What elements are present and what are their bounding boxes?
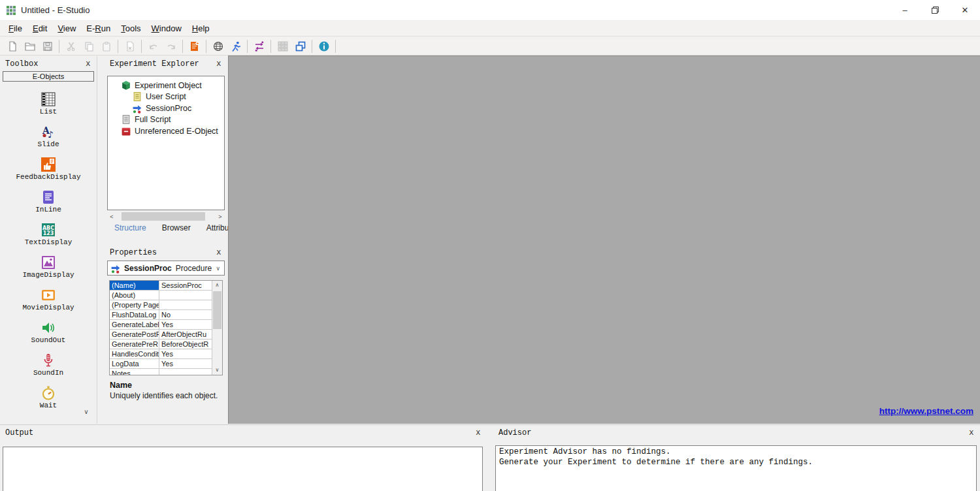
toolbox-item-wait[interactable]: Wait bbox=[9, 385, 88, 418]
menu-help[interactable]: Help bbox=[187, 22, 215, 35]
explorer-tree: Experiment Object User Script SessionPro… bbox=[107, 76, 225, 210]
selected-object-name: SessionProc bbox=[124, 264, 172, 273]
property-row[interactable]: GenerateLabelYes bbox=[110, 320, 212, 330]
scroll-down-icon[interactable]: ∨ bbox=[212, 366, 222, 375]
scrollbar-thumb[interactable] bbox=[122, 212, 205, 221]
explorer-close-button[interactable]: X bbox=[216, 60, 221, 68]
property-value[interactable]: Yes bbox=[159, 320, 212, 329]
about-button[interactable] bbox=[315, 39, 333, 54]
tree-item-user-script[interactable]: User Script bbox=[108, 91, 224, 103]
toolbox-item-list[interactable]: List bbox=[9, 91, 88, 124]
property-key: (Name) bbox=[110, 281, 159, 290]
output-content[interactable] bbox=[3, 447, 483, 491]
run-button[interactable] bbox=[227, 39, 244, 54]
title-bar: Untitled - E-Studio – ✕ bbox=[0, 0, 980, 21]
property-description-text: Uniquely identifies each object. bbox=[110, 391, 222, 400]
toolbox-item-soundout[interactable]: SoundOut bbox=[9, 320, 88, 353]
e-objects-group-button[interactable]: E-Objects bbox=[3, 71, 94, 82]
properties-panel: Properties X SessionProc Procedure ∨ (Na… bbox=[105, 245, 227, 424]
toolbox-item-textdisplay[interactable]: ABC123 TextDisplay bbox=[9, 222, 88, 255]
property-row[interactable]: Notes bbox=[110, 369, 212, 375]
property-key: LogData bbox=[110, 359, 159, 368]
menu-file[interactable]: File bbox=[3, 22, 27, 35]
property-value[interactable] bbox=[159, 300, 212, 309]
toolbox-item-imagedisplay[interactable]: ImageDisplay bbox=[9, 255, 88, 287]
delete-button[interactable] bbox=[121, 39, 139, 54]
menu-tools[interactable]: Tools bbox=[116, 22, 146, 35]
menu-edit[interactable]: Edit bbox=[27, 22, 52, 35]
property-row[interactable]: GeneratePostRAfterObjectRu bbox=[110, 330, 212, 340]
output-close-button[interactable]: X bbox=[476, 429, 480, 437]
new-button[interactable] bbox=[3, 39, 21, 54]
save-button[interactable] bbox=[39, 39, 56, 54]
toolbar-separator bbox=[335, 40, 336, 53]
property-value[interactable] bbox=[159, 291, 212, 300]
restore-button[interactable] bbox=[920, 0, 950, 20]
tab-browser[interactable]: Browser bbox=[158, 223, 195, 232]
copy-button[interactable] bbox=[80, 39, 97, 54]
scroll-up-icon[interactable]: ∧ bbox=[212, 281, 222, 290]
pstnet-link[interactable]: http://www.pstnet.com bbox=[879, 406, 973, 416]
property-value[interactable]: Yes bbox=[159, 349, 212, 358]
output-title: Output bbox=[5, 428, 33, 437]
property-row[interactable]: HandlesConditiYes bbox=[110, 349, 212, 359]
properties-vertical-scrollbar[interactable]: ∧ ∨ bbox=[212, 281, 222, 375]
scrollbar-track[interactable] bbox=[116, 212, 216, 221]
property-value[interactable]: AfterObjectRu bbox=[159, 330, 212, 339]
open-button[interactable] bbox=[21, 39, 39, 54]
property-value[interactable] bbox=[159, 369, 212, 375]
slide-icon: A♪ bbox=[41, 124, 56, 140]
property-row[interactable]: LogDataYes bbox=[110, 359, 212, 369]
undo-button[interactable] bbox=[144, 39, 162, 54]
explorer-horizontal-scrollbar[interactable]: < > bbox=[107, 212, 225, 221]
properties-close-button[interactable]: X bbox=[216, 249, 221, 257]
tree-item-unreferenced[interactable]: Unreferenced E-Object bbox=[108, 125, 224, 137]
arrange-windows-button[interactable] bbox=[291, 39, 309, 54]
toolbox-item-slide[interactable]: A♪ Slide bbox=[9, 124, 88, 157]
minimize-button[interactable]: – bbox=[890, 0, 920, 20]
property-row[interactable]: (Property Page bbox=[110, 300, 212, 310]
menu-view[interactable]: View bbox=[52, 22, 81, 35]
property-value[interactable]: No bbox=[159, 310, 212, 319]
scroll-right-icon[interactable]: > bbox=[216, 214, 225, 220]
scroll-left-icon[interactable]: < bbox=[107, 214, 116, 220]
open-icon bbox=[24, 40, 36, 52]
cut-button[interactable] bbox=[62, 39, 80, 54]
property-key: (About) bbox=[110, 291, 159, 300]
package-button[interactable] bbox=[274, 39, 291, 54]
tree-item-label: SessionProc bbox=[146, 104, 191, 113]
property-row[interactable]: (About) bbox=[110, 291, 212, 300]
toolbox-close-button[interactable]: X bbox=[86, 60, 90, 68]
toolbar-separator bbox=[182, 40, 183, 53]
property-value[interactable]: Yes bbox=[159, 359, 212, 368]
property-row[interactable]: GeneratePreRBeforeObjectR bbox=[110, 340, 212, 349]
property-row[interactable]: FlushDataLogNo bbox=[110, 310, 212, 320]
properties-object-selector[interactable]: SessionProc Procedure ∨ bbox=[107, 261, 225, 276]
property-value[interactable]: SessionProc bbox=[159, 281, 212, 290]
generate-button[interactable] bbox=[209, 39, 227, 54]
tree-item-experiment-object[interactable]: Experiment Object bbox=[108, 80, 224, 91]
toolbox-title: Toolbox bbox=[5, 59, 38, 69]
redo-button[interactable] bbox=[162, 39, 180, 54]
window-title: Untitled - E-Studio bbox=[21, 5, 90, 15]
toolbox-item-feedbackdisplay[interactable]: FeedbackDisplay bbox=[9, 157, 88, 189]
toolbox-item-inline[interactable]: InLine bbox=[9, 189, 88, 222]
scrollbar-thumb[interactable] bbox=[213, 291, 221, 329]
tree-item-sessionproc[interactable]: SessionProc bbox=[108, 103, 224, 114]
close-button[interactable]: ✕ bbox=[950, 0, 980, 20]
menu-window[interactable]: Window bbox=[146, 22, 187, 35]
advisor-close-button[interactable]: X bbox=[969, 429, 973, 437]
paste-button[interactable] bbox=[97, 39, 115, 54]
property-row[interactable]: (Name)SessionProc bbox=[110, 281, 212, 291]
tree-item-full-script[interactable]: Full Script bbox=[108, 114, 224, 126]
property-value[interactable]: BeforeObjectR bbox=[159, 340, 212, 349]
script-button[interactable] bbox=[186, 39, 203, 54]
convert-button[interactable] bbox=[250, 39, 268, 54]
toolbox-scroll-down-button[interactable]: ∨ bbox=[80, 407, 93, 417]
advisor-content[interactable]: Experiment Advisor has no findings. Gene… bbox=[495, 445, 977, 491]
menu-e-run[interactable]: E-Run bbox=[81, 22, 116, 35]
toolbox-item-moviedisplay[interactable]: MovieDisplay bbox=[9, 287, 88, 320]
toolbox-item-soundin[interactable]: SoundIn bbox=[9, 353, 88, 385]
sound-in-icon bbox=[41, 353, 56, 368]
tab-structure[interactable]: Structure bbox=[110, 223, 150, 232]
